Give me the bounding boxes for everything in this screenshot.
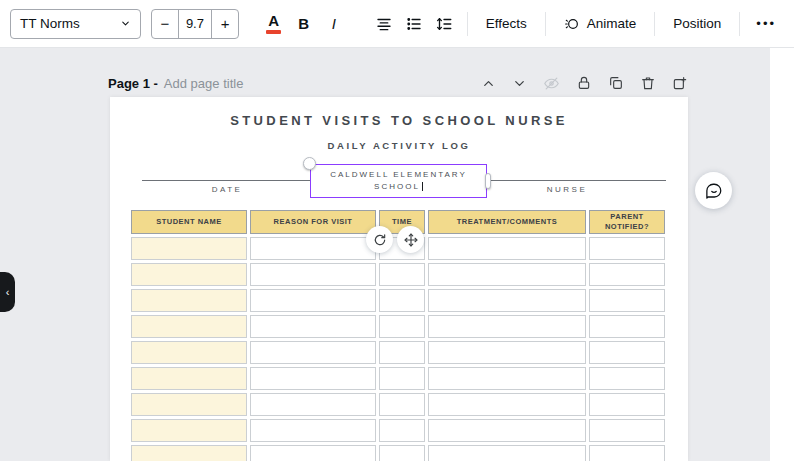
align-center-icon: [375, 15, 393, 33]
rotate-button[interactable]: [366, 226, 393, 253]
table-cell[interactable]: [589, 367, 665, 390]
page-header-row: Page 1 - Add page title: [108, 73, 688, 93]
font-size-stepper: − 9.7 +: [151, 9, 239, 39]
toolbar-divider: [467, 12, 468, 36]
page-down-button[interactable]: [512, 76, 527, 91]
table-cell[interactable]: [131, 445, 247, 461]
textbox-line2-text: SCHOOL: [374, 182, 420, 191]
table-cell[interactable]: [428, 263, 586, 286]
hide-page-button[interactable]: [543, 75, 560, 92]
textbox-line1: CALDWELL ELEMENTARY: [330, 169, 467, 181]
table-cell[interactable]: [379, 393, 425, 416]
font-size-value[interactable]: 9.7: [178, 10, 213, 38]
table-cell[interactable]: [250, 419, 376, 442]
table-cell[interactable]: [131, 419, 247, 442]
toolbar-divider: [545, 12, 546, 36]
text-color-letter: A: [268, 13, 279, 28]
italic-button[interactable]: I: [319, 8, 349, 40]
table-cell[interactable]: [131, 393, 247, 416]
font-size-decrease-button[interactable]: −: [152, 10, 177, 38]
bold-glyph: B: [298, 15, 309, 32]
lock-page-button[interactable]: [576, 75, 592, 91]
comments-button[interactable]: [695, 172, 732, 209]
animate-button[interactable]: Animate: [554, 8, 647, 40]
table-cell[interactable]: [250, 445, 376, 461]
col-header-student-name[interactable]: STUDENT NAME: [131, 210, 247, 234]
table-cell[interactable]: [131, 237, 247, 260]
table-cell[interactable]: [428, 393, 586, 416]
nurse-label[interactable]: NURSE: [522, 185, 612, 194]
table-cell[interactable]: [428, 289, 586, 312]
table-cell[interactable]: [379, 419, 425, 442]
date-label[interactable]: DATE: [182, 185, 272, 194]
table-cell[interactable]: [379, 315, 425, 338]
table-cell[interactable]: [131, 367, 247, 390]
table-cell[interactable]: [379, 341, 425, 364]
page-title-placeholder[interactable]: Add page title: [164, 76, 244, 91]
table-cell[interactable]: [250, 341, 376, 364]
add-page-button[interactable]: [672, 75, 688, 91]
table-cell[interactable]: [428, 367, 586, 390]
table-cell[interactable]: [379, 367, 425, 390]
table-cell[interactable]: [428, 341, 586, 364]
table-cell[interactable]: [589, 393, 665, 416]
animate-label: Animate: [587, 16, 637, 31]
col-header-reason[interactable]: REASON FOR VISIT: [250, 210, 376, 234]
text-color-button[interactable]: A: [259, 8, 289, 40]
table-cell[interactable]: [589, 263, 665, 286]
table-cell[interactable]: [589, 445, 665, 461]
table-cell[interactable]: [379, 263, 425, 286]
table-cell[interactable]: [589, 237, 665, 260]
table-cell[interactable]: [250, 315, 376, 338]
selection-corner-handle[interactable]: [303, 157, 316, 170]
design-page[interactable]: STUDENT VISITS TO SCHOOL NURSE DAILY ACT…: [110, 97, 688, 461]
doc-title[interactable]: STUDENT VISITS TO SCHOOL NURSE: [110, 113, 688, 128]
font-size-increase-button[interactable]: +: [212, 10, 237, 38]
chevron-left-icon: ‹: [6, 286, 10, 298]
selection-side-handle[interactable]: [485, 173, 491, 189]
col-header-parent-notified[interactable]: PARENT NOTIFIED?: [589, 210, 665, 234]
page-up-button[interactable]: [481, 76, 496, 91]
bulleted-list-button[interactable]: [399, 8, 429, 40]
duplicate-page-button[interactable]: [608, 75, 624, 91]
nurse-table-body: [131, 237, 665, 461]
table-cell[interactable]: [131, 289, 247, 312]
table-cell[interactable]: [589, 419, 665, 442]
alignment-button[interactable]: [369, 8, 399, 40]
table-cell[interactable]: [250, 289, 376, 312]
table-cell[interactable]: [250, 367, 376, 390]
col-header-treatment[interactable]: TREATMENT/COMMENTS: [428, 210, 586, 234]
table-cell[interactable]: [379, 289, 425, 312]
move-button[interactable]: [397, 226, 424, 253]
page-actions: [481, 75, 688, 92]
table-cell[interactable]: [131, 263, 247, 286]
table-cell[interactable]: [589, 341, 665, 364]
table-cell[interactable]: [428, 419, 586, 442]
table-header-row: STUDENT NAME REASON FOR VISIT TIME TREAT…: [131, 210, 665, 234]
table-cell[interactable]: [250, 393, 376, 416]
toolbar-divider: [654, 12, 655, 36]
comment-icon: [705, 182, 723, 200]
table-cell[interactable]: [131, 341, 247, 364]
font-family-select[interactable]: TT Norms: [10, 9, 141, 39]
table-cell[interactable]: [428, 445, 586, 461]
selected-textbox[interactable]: CALDWELL ELEMENTARY SCHOOL: [310, 164, 487, 198]
table-cell[interactable]: [428, 237, 586, 260]
table-cell[interactable]: [589, 315, 665, 338]
delete-page-button[interactable]: [640, 75, 656, 91]
bold-button[interactable]: B: [289, 8, 319, 40]
more-button[interactable]: •••: [748, 8, 784, 40]
table-cell[interactable]: [379, 445, 425, 461]
sidebar-collapse-tab[interactable]: ‹: [0, 272, 15, 312]
textbox-line2: SCHOOL: [374, 181, 423, 193]
scrollbar-track[interactable]: [770, 48, 794, 461]
table-cell[interactable]: [250, 263, 376, 286]
doc-subtitle[interactable]: DAILY ACTIVITY LOG: [110, 140, 688, 151]
spacing-button[interactable]: [429, 8, 459, 40]
table-cell[interactable]: [131, 315, 247, 338]
table-cell[interactable]: [589, 289, 665, 312]
table-cell[interactable]: [428, 315, 586, 338]
table-cell[interactable]: [250, 237, 376, 260]
position-button[interactable]: Position: [663, 8, 731, 40]
effects-button[interactable]: Effects: [476, 8, 537, 40]
